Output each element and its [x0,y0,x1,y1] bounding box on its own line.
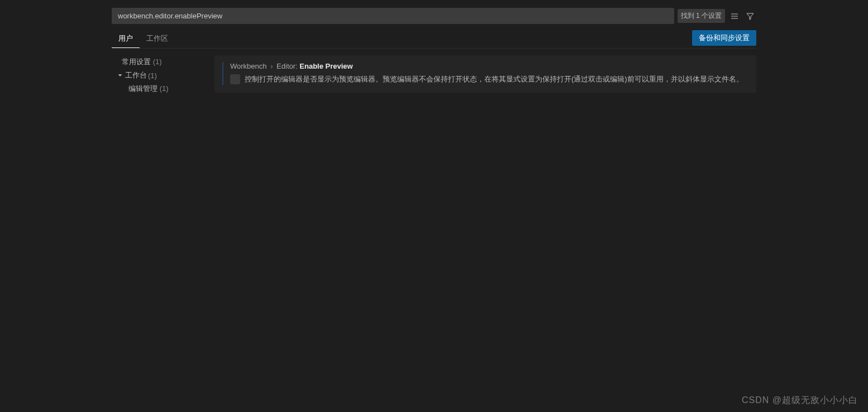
tab-user-label: 用户 [118,33,133,44]
sync-settings-button[interactable]: 备份和同步设置 [692,30,756,46]
setting-breadcrumb-2: Editor: [276,62,298,70]
breadcrumb-separator: › [270,62,273,70]
toc-count: (1) [160,84,169,93]
chevron-down-icon [116,71,124,79]
filter-icon[interactable] [744,10,756,22]
setting-description: 控制打开的编辑器是否显示为预览编辑器。预览编辑器不会保持打开状态，在将其显式设置… [245,74,743,85]
search-result-count: 找到 1 个设置 [678,9,725,23]
clear-filter-icon[interactable] [728,10,741,22]
settings-editor: 找到 1 个设置 用户 工作区 备份和同步设置 常用设置 (1) [0,0,868,412]
tab-workspace-label: 工作区 [146,33,168,44]
settings-body: 常用设置 (1) 工作台 (1) 编辑管理 (1) [112,49,756,412]
setting-name: Enable Preview [299,62,352,70]
toc-label: 工作台 [125,70,147,80]
setting-checkbox[interactable] [230,74,240,84]
tab-user[interactable]: 用户 [112,30,140,48]
setting-breadcrumb-1: Workbench [230,62,267,70]
setting-title: Workbench › Editor: Enable Preview [230,62,748,70]
toc-item-workbench[interactable]: 工作台 (1) [112,69,201,82]
setting-inner: Workbench › Editor: Enable Preview 控制打开的… [222,62,748,85]
toc-label: 常用设置 [122,58,151,66]
settings-search-input[interactable] [112,8,674,24]
setting-control-row: 控制打开的编辑器是否显示为预览编辑器。预览编辑器不会保持打开状态，在将其显式设置… [230,74,748,85]
toc-label: 编辑管理 [128,84,158,93]
toc-item-editor-management[interactable]: 编辑管理 (1) [112,82,201,95]
toc-count: (1) [153,58,162,66]
tab-workspace[interactable]: 工作区 [140,30,175,48]
toc-item-common[interactable]: 常用设置 (1) [112,55,201,69]
tabs-row: 用户 工作区 备份和同步设置 [112,30,756,49]
sync-settings-label: 备份和同步设置 [699,33,750,42]
search-row: 找到 1 个设置 [112,8,756,24]
toc-count: (1) [148,71,157,80]
settings-toc: 常用设置 (1) 工作台 (1) 编辑管理 (1) [112,55,201,412]
setting-item-enable-preview: Workbench › Editor: Enable Preview 控制打开的… [214,55,756,93]
settings-list: Workbench › Editor: Enable Preview 控制打开的… [214,55,756,412]
